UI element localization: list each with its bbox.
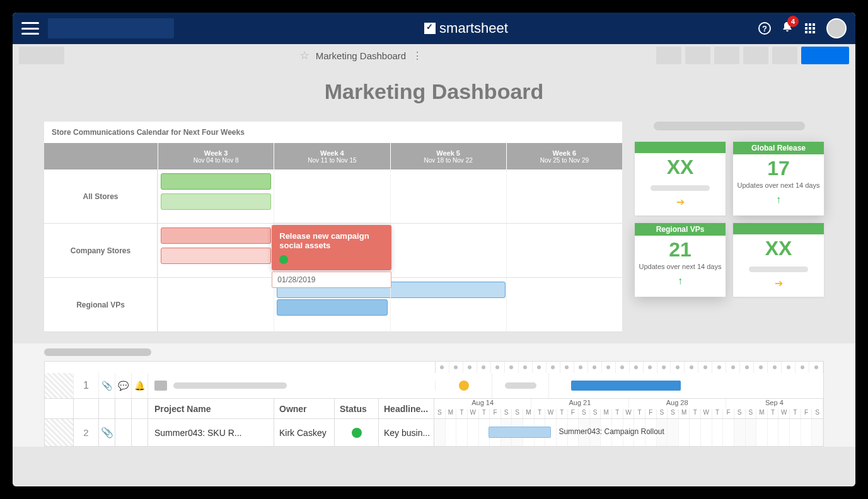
kpi-head: Regional VPs <box>635 223 726 236</box>
toolbar-primary-button[interactable] <box>801 47 849 64</box>
timeline-day: T <box>557 409 568 419</box>
top-bar: smartsheet ? 4 <box>13 13 855 44</box>
sub-left-placeholder[interactable] <box>19 47 64 64</box>
gantt-title-placeholder <box>44 348 151 356</box>
user-avatar[interactable] <box>826 18 847 38</box>
column-project-name[interactable]: Project Name <box>148 399 274 418</box>
sheet-title: Marketing Dashboard <box>316 50 406 61</box>
expand-icon[interactable] <box>154 381 167 391</box>
page-title: Marketing Dashboard <box>13 79 855 104</box>
calendar-bar[interactable] <box>161 227 271 244</box>
gantt-widget: 1 📎 💬 🔔 <box>13 343 855 447</box>
calendar-bar[interactable] <box>161 193 271 210</box>
row-number: 1 <box>74 373 99 398</box>
timeline-day: T <box>535 409 546 419</box>
cell-owner[interactable]: Kirk Caskey <box>274 419 335 446</box>
calendar-row-label: Regional VPs <box>44 278 158 332</box>
toolbar-button-2[interactable] <box>685 47 710 64</box>
more-icon[interactable]: ⋮ <box>412 50 421 62</box>
gantt-bar[interactable] <box>489 427 551 438</box>
row-number: 2 <box>74 419 99 446</box>
apps-icon[interactable] <box>804 22 816 35</box>
timeline-month: Aug 28 <box>629 399 726 409</box>
gantt-data-row[interactable]: 2 📎 Summer043: SKU R... Kirk Caskey Key … <box>45 418 823 446</box>
timeline-day: F <box>723 409 734 419</box>
kpi-card[interactable]: XX ➔ <box>635 142 726 215</box>
timeline-day: W <box>623 409 635 419</box>
notifications-button[interactable]: 4 <box>781 21 794 36</box>
timeline-day: W <box>545 409 557 419</box>
kpi-value: XX <box>733 237 824 260</box>
timeline-day: S <box>512 409 523 419</box>
menu-icon[interactable] <box>21 22 39 35</box>
kpi-widget-area: XX ➔ Global Release 17 Updates over next… <box>635 122 824 297</box>
text-placeholder <box>505 382 536 389</box>
kpi-card-global-release[interactable]: Global Release 17 Updates over next 14 d… <box>733 142 824 215</box>
column-headline[interactable]: Headline... <box>379 399 434 418</box>
kpi-value: 21 <box>635 238 726 261</box>
calendar-bar[interactable] <box>161 173 271 190</box>
notification-badge: 4 <box>787 16 799 27</box>
kpi-subtitle: Updates over next 14 days <box>733 181 824 189</box>
kpi-subtitle: Updates over next 14 days <box>635 263 726 270</box>
timeline-month: Sep 4 <box>726 399 823 409</box>
kpi-head: Global Release <box>733 142 824 154</box>
cell-status[interactable] <box>335 419 379 446</box>
kpi-card-regional-vps[interactable]: Regional VPs 21 Updates over next 14 day… <box>635 223 726 297</box>
subheader: ☆ Marketing Dashboard ⋮ <box>13 44 855 67</box>
help-icon[interactable]: ? <box>758 22 771 35</box>
cell-project-name[interactable]: Summer043: SKU R... <box>148 419 274 446</box>
arrow-up-icon: ↑ <box>733 194 824 205</box>
favorite-icon[interactable]: ☆ <box>299 49 310 62</box>
toolbar-button-3[interactable] <box>714 47 739 64</box>
timeline-day: T <box>790 409 801 419</box>
kpi-value: XX <box>635 156 726 179</box>
timeline-day: M <box>446 409 457 419</box>
toolbar-button-5[interactable] <box>772 47 797 64</box>
timeline-day: M <box>523 409 535 419</box>
column-status[interactable]: Status <box>335 399 379 418</box>
kpi-placeholder <box>654 122 805 130</box>
status-dot-icon <box>459 381 469 391</box>
timeline-day: S <box>590 409 601 419</box>
comment-icon[interactable]: 💬 <box>115 373 132 398</box>
timeline-day: T <box>456 409 468 419</box>
calendar-row-label: All Stores <box>44 169 158 224</box>
timeline-day: M <box>679 409 690 419</box>
calendar-bar[interactable] <box>161 248 271 264</box>
calendar-bar[interactable] <box>277 299 387 316</box>
timeline-day: S <box>434 409 446 419</box>
timeline-month: Aug 21 <box>531 399 628 409</box>
timeline-day: S <box>746 409 757 419</box>
timeline-day: T <box>612 409 623 419</box>
brand-text: smartsheet <box>439 20 508 37</box>
search-placeholder[interactable] <box>48 18 174 38</box>
toolbar-button-1[interactable] <box>656 47 681 64</box>
cell-headline[interactable]: Key busin... <box>379 419 434 446</box>
text-placeholder <box>173 382 287 389</box>
calendar-row-label: Company Stores <box>44 224 158 278</box>
attachment-icon[interactable]: 📎 <box>99 419 115 446</box>
calendar-widget: Store Communications Calendar for Next F… <box>44 122 622 332</box>
toolbar-button-4[interactable] <box>743 47 768 64</box>
arrow-up-icon: ↑ <box>635 275 726 287</box>
timeline-month: Aug 14 <box>434 399 531 409</box>
status-dot-icon <box>352 428 362 438</box>
column-owner[interactable]: Owner <box>274 399 335 418</box>
timeline-day: F <box>490 409 501 419</box>
timeline-day: S <box>501 409 512 419</box>
timeline-day: T <box>479 409 490 419</box>
arrow-right-icon: ➔ <box>733 277 824 289</box>
timeline-day: F <box>568 409 579 419</box>
kpi-card[interactable]: XX ➔ <box>733 223 824 297</box>
week-header: Week 4Nov 11 to Nov 15 <box>274 143 390 169</box>
tooltip-date: 01/28/2019 <box>272 272 391 288</box>
timeline-day: T <box>690 409 701 419</box>
attachment-icon[interactable]: 📎 <box>99 373 115 398</box>
kpi-value: 17 <box>733 157 824 180</box>
gantt-bar[interactable] <box>571 381 681 391</box>
timeline-day: W <box>701 409 712 419</box>
reminder-icon[interactable]: 🔔 <box>132 373 148 398</box>
week-header: Week 5Nov 18 to Nov 22 <box>390 143 506 169</box>
timeline-day: M <box>756 409 768 419</box>
